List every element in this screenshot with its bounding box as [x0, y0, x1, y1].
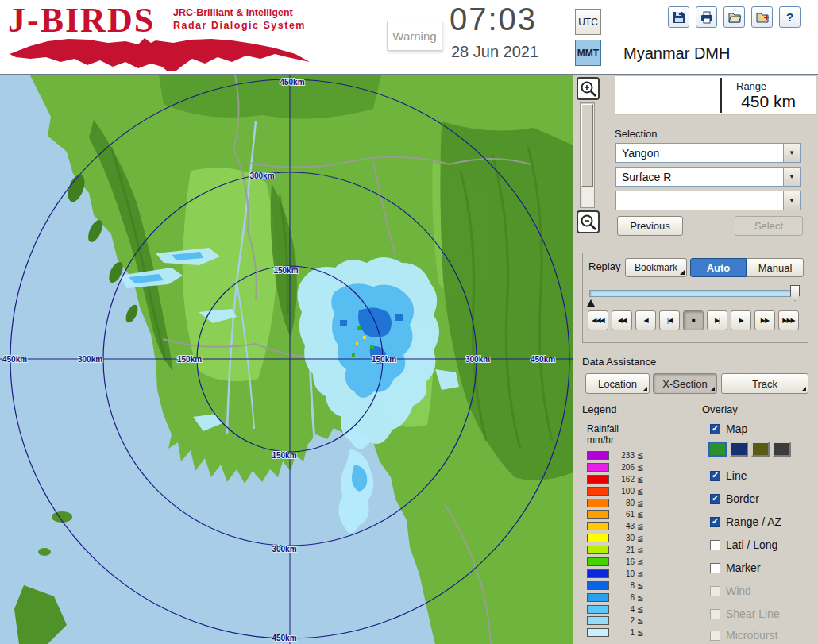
overlay-item-shear-line: Shear Line: [710, 607, 780, 621]
help-button[interactable]: ?: [779, 6, 801, 28]
map-style-green-swatch[interactable]: [708, 442, 727, 457]
legend-value: 162: [612, 475, 635, 484]
map-checkbox[interactable]: [710, 424, 720, 434]
legend-value: 21: [612, 546, 635, 554]
overlay-item-label: Range / AZ: [726, 515, 781, 528]
lati-long-checkbox[interactable]: [710, 540, 720, 550]
corner-menu-icon: [801, 387, 806, 391]
map-scrollbar[interactable]: [580, 102, 595, 208]
jump-start-button[interactable]: ◀◀◀: [588, 310, 608, 330]
overlay-item-map: Map: [710, 422, 747, 436]
chevron-down-icon[interactable]: ▼: [783, 144, 800, 162]
zoom-in-button[interactable]: [577, 77, 600, 100]
line-checkbox[interactable]: [710, 471, 720, 481]
legend-value: 100: [612, 487, 635, 496]
legend-swatch: [587, 487, 609, 496]
microburst-checkbox: [710, 631, 720, 641]
legend-row: 6≦: [587, 592, 643, 604]
export-button[interactable]: [751, 6, 773, 28]
legend-value: 1: [612, 628, 635, 637]
legend-row: 10≦: [587, 568, 643, 580]
legend-swatch: [587, 534, 609, 542]
lte-symbol: ≦: [637, 581, 643, 590]
ring-label: 300km: [465, 355, 490, 364]
chevron-down-icon[interactable]: ▼: [783, 168, 800, 186]
step-back-button[interactable]: |◀: [659, 310, 680, 330]
map-scrollbar-thumb[interactable]: [581, 104, 593, 187]
bookmark-button[interactable]: Bookmark: [625, 258, 687, 277]
range-az-checkbox[interactable]: [710, 517, 720, 527]
radar-map[interactable]: 450km 300km 150km 450km 300km 150km 150k…: [0, 75, 573, 644]
replay-section: Replay Bookmark Auto Manual ◀◀◀ ◀◀ ◀ |◀ …: [582, 253, 808, 343]
radar-map-area[interactable]: 450km 300km 150km 450km 300km 150km 150k…: [0, 75, 573, 644]
legend-unit-line2: mm/hr: [587, 434, 614, 445]
manual-mode-button[interactable]: Manual: [747, 258, 804, 277]
lte-symbol: ≦: [637, 557, 643, 566]
map-style-olive-swatch[interactable]: [751, 442, 770, 457]
legend-row: 162≦: [587, 473, 643, 485]
auto-mode-button[interactable]: Auto: [690, 258, 747, 277]
legend-row: 2≦: [587, 615, 643, 627]
chevron-down-icon[interactable]: ▼: [783, 191, 800, 210]
legend-row: 21≦: [587, 544, 643, 556]
product-dropdown-value: Surface R: [616, 168, 783, 186]
replay-timeline-slider[interactable]: [589, 290, 792, 297]
overlay-item-label: Wind: [726, 584, 751, 597]
location-button[interactable]: Location: [585, 373, 650, 394]
control-panel: Range 450 km Selection Yangon ▼ Surface …: [573, 75, 818, 644]
overlay-item-label: Line: [726, 469, 747, 482]
data-assistance-label: Data Assistance: [582, 356, 656, 368]
fast-rewind-button[interactable]: ◀◀: [612, 310, 632, 330]
save-button[interactable]: [668, 6, 689, 28]
map-style-navy-swatch[interactable]: [730, 442, 748, 457]
zoom-out-button[interactable]: [577, 210, 600, 233]
xsection-button[interactable]: X-Section: [653, 373, 717, 394]
play-button[interactable]: ▶: [731, 310, 751, 330]
print-button[interactable]: [696, 6, 717, 28]
ring-label: 300km: [249, 172, 274, 180]
lte-symbol: ≦: [637, 451, 643, 460]
overlay-label: Overlay: [702, 403, 738, 415]
border-checkbox[interactable]: [710, 494, 720, 504]
select-button[interactable]: Select: [735, 216, 803, 236]
legend-swatch: [587, 475, 609, 484]
ring-label: 150km: [273, 266, 298, 275]
ring-label: 450km: [280, 78, 304, 87]
fast-forward-button[interactable]: ▶▶: [754, 310, 775, 330]
map-style-swatches: [708, 442, 791, 457]
timezone-utc-button[interactable]: UTC: [575, 9, 601, 35]
jump-end-button[interactable]: ▶▶▶: [778, 310, 799, 330]
jbirds-app: J-BIRDS JRC-Brilliant & Intelligent Rada…: [0, 0, 818, 644]
site-dropdown[interactable]: Yangon ▼: [615, 143, 801, 163]
legend-value: 206: [612, 463, 635, 472]
legend-value: 43: [612, 522, 635, 530]
lte-symbol: ≦: [637, 534, 643, 542]
lte-symbol: ≦: [637, 628, 643, 637]
ring-label: 300km: [78, 355, 102, 364]
step-forward-button[interactable]: ▶|: [707, 310, 727, 330]
range-label: Range: [736, 80, 766, 92]
header: J-BIRDS JRC-Brilliant & Intelligent Rada…: [0, 0, 818, 75]
product-dropdown[interactable]: Surface R ▼: [615, 167, 801, 187]
legend-swatch: [587, 605, 609, 614]
overlay-item-marker: Marker: [710, 561, 761, 575]
ring-label: 150km: [272, 451, 296, 460]
lte-symbol: ≦: [637, 546, 643, 554]
marker-checkbox[interactable]: [710, 563, 720, 573]
extra-dropdown[interactable]: ▼: [615, 191, 801, 210]
warning-button[interactable]: Warning: [387, 21, 442, 51]
logo-tagline-1: JRC-Brilliant & Intelligent: [173, 7, 293, 18]
clock-date: 28 Jun 2021: [451, 43, 538, 61]
wind-checkbox: [710, 586, 720, 596]
corner-menu-icon: [642, 387, 647, 391]
map-style-dark-swatch[interactable]: [773, 442, 791, 457]
open-folder-button[interactable]: [723, 6, 745, 28]
play-reverse-button[interactable]: ◀: [635, 310, 656, 330]
previous-button[interactable]: Previous: [617, 216, 683, 236]
replay-slider-thumb[interactable]: [790, 285, 800, 301]
stop-button[interactable]: ■: [683, 310, 704, 330]
legend-swatch: [587, 451, 609, 460]
lte-symbol: ≦: [637, 522, 643, 530]
timezone-mmt-button[interactable]: MMT: [575, 40, 601, 66]
track-button[interactable]: Track: [721, 373, 808, 394]
